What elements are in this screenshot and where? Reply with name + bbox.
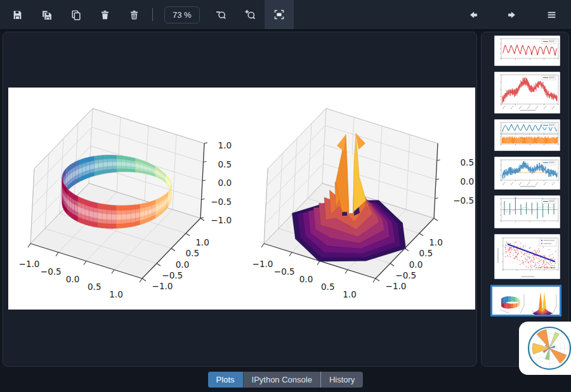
svg-text:0.5: 0.5 (218, 159, 232, 169)
save-icon (12, 10, 23, 20)
zoom-out-button[interactable] (206, 1, 235, 29)
zoom-level-box[interactable]: 73 % (164, 6, 200, 23)
svg-text:−1.0: −1.0 (19, 259, 40, 269)
tab-ipython-console[interactable]: IPython Console (243, 372, 321, 388)
svg-text:−0.5: −0.5 (41, 266, 62, 277)
thumbnail-chart (495, 36, 561, 65)
zoom-in-button[interactable] (235, 1, 265, 29)
svg-text:1.0: 1.0 (195, 237, 209, 247)
options-menu-button[interactable] (537, 1, 566, 29)
thumbnail-list (482, 32, 568, 317)
svg-text:−1.0: −1.0 (386, 281, 407, 291)
save-all-icon (41, 10, 52, 20)
svg-text:−1.0: −1.0 (211, 215, 232, 225)
plot-thumbnails-pane (481, 32, 569, 367)
svg-text:0.0: 0.0 (461, 176, 474, 186)
save-all-button[interactable] (32, 1, 61, 29)
fit-plot-button[interactable] (265, 0, 294, 29)
thumbnail-chart (495, 235, 561, 278)
svg-text:0.5: 0.5 (461, 157, 474, 167)
zoom-in-icon (244, 9, 256, 20)
copy-button[interactable] (61, 1, 90, 29)
save-button[interactable] (3, 1, 32, 29)
plots-toolbar: 73 % (0, 0, 571, 30)
thumbnail[interactable] (494, 36, 560, 66)
remove-all-plots-button[interactable] (119, 1, 148, 29)
svg-text:−0.5: −0.5 (162, 270, 183, 280)
thumbnail[interactable] (494, 72, 560, 114)
thumbnail-chart (495, 72, 561, 113)
svg-text:0.5: 0.5 (321, 282, 334, 292)
matplotlib-figure: −1.0−0.50.00.51.0−1.0−0.50.00.51.0−1.0−0… (8, 88, 475, 310)
svg-text:−0.5: −0.5 (274, 266, 295, 277)
thumbnail[interactable] (494, 195, 560, 228)
zoom-out-icon (215, 9, 226, 20)
thumbnail-selected[interactable] (490, 285, 561, 317)
svg-text:1.0: 1.0 (109, 289, 122, 299)
svg-text:−1.0: −1.0 (152, 281, 173, 291)
thumbnail[interactable] (494, 157, 560, 190)
tab-history[interactable]: History (321, 372, 363, 388)
plot-viewer-pane: −1.0−0.50.00.51.0−1.0−0.50.00.51.0−1.0−0… (3, 32, 477, 367)
svg-text:−1.0: −1.0 (253, 259, 273, 269)
remove-icon (100, 10, 110, 20)
arrow-right-icon (507, 10, 518, 20)
svg-text:−0.5: −0.5 (453, 195, 474, 206)
next-plot-button[interactable] (497, 1, 527, 29)
svg-text:0.0: 0.0 (176, 259, 189, 270)
fit-plot-icon (273, 9, 285, 20)
matplotlib-logo (525, 324, 571, 372)
toolbar-separator (152, 8, 153, 21)
svg-text:0.0: 0.0 (218, 178, 232, 188)
thumbnail[interactable] (494, 234, 560, 279)
hamburger-menu-icon (546, 10, 557, 20)
svg-text:1.0: 1.0 (343, 289, 356, 299)
thumbnail-chart (492, 287, 558, 315)
mobius-strip-plot: −1.0−0.50.00.51.0−1.0−0.50.00.51.0−1.0−0… (8, 88, 242, 310)
svg-text:0.0: 0.0 (66, 274, 79, 284)
remove-all-icon (129, 10, 140, 20)
svg-text:−0.5: −0.5 (211, 197, 232, 207)
radial-surface-plot: −1.0−0.50.00.51.0−1.0−0.50.00.51.0−0.50.… (242, 88, 475, 310)
svg-text:−0.5: −0.5 (395, 270, 416, 280)
zoom-level-value: 73 % (173, 10, 192, 20)
previous-plot-button[interactable] (458, 1, 487, 29)
copy-icon (70, 10, 81, 20)
thumbnail-chart (495, 196, 561, 228)
svg-text:0.5: 0.5 (88, 282, 101, 292)
svg-text:0.0: 0.0 (409, 259, 423, 270)
thumbnail-chart (495, 157, 561, 189)
thumbnail-chart (495, 120, 561, 150)
pane-tabs: Plots IPython Console History (208, 372, 364, 388)
thumbnail[interactable] (494, 119, 560, 151)
svg-text:0.5: 0.5 (186, 248, 199, 258)
remove-plot-button[interactable] (90, 1, 119, 29)
arrow-left-icon (468, 10, 478, 20)
svg-text:0.5: 0.5 (419, 248, 433, 258)
svg-text:0.0: 0.0 (299, 274, 313, 284)
matplotlib-logo-card (519, 322, 571, 375)
tab-plots[interactable]: Plots (208, 372, 243, 388)
bottom-tabbar: Plots IPython Console History (0, 367, 571, 392)
svg-text:1.0: 1.0 (429, 237, 442, 247)
svg-text:1.0: 1.0 (218, 140, 232, 150)
